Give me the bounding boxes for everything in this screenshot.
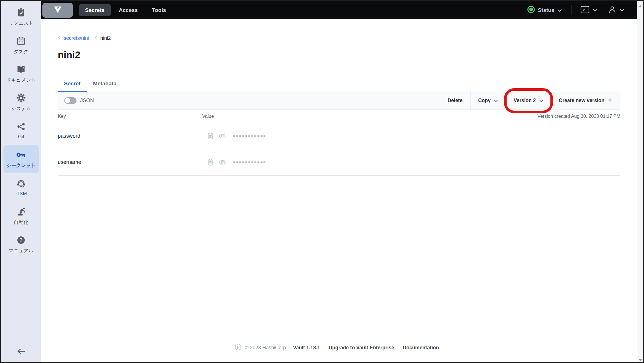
value-column-header: Value — [202, 114, 537, 119]
chevron-down-icon — [593, 8, 598, 13]
documentation-link[interactable]: Documentation — [403, 345, 439, 351]
nav-tab-tools[interactable]: Tools — [146, 4, 172, 16]
copy-value-icon[interactable] — [207, 158, 214, 166]
sidebar-item-manual[interactable]: ? マニュアル — [3, 230, 39, 259]
breadcrumb: secrets/nini nini2 — [58, 35, 620, 41]
table-row: username ■■■■■■■■■■■ — [58, 149, 620, 176]
sidebar-item-label: ドキュメント — [6, 77, 36, 83]
chevron-left-icon — [94, 35, 97, 41]
key-column-header: Key — [58, 114, 202, 119]
calendar-icon — [16, 36, 26, 46]
scrollbar-down-button[interactable] — [639, 357, 642, 360]
nav-separator — [571, 5, 571, 15]
scrollbar-up-button[interactable] — [639, 3, 642, 6]
sidebar-item-label: リクエスト — [9, 20, 34, 26]
sidebar-item-system[interactable]: システム — [3, 88, 39, 116]
vault-logo-icon — [53, 6, 62, 15]
sidebar-item-tasks[interactable]: タスク — [3, 31, 39, 59]
plus-icon — [608, 98, 612, 104]
copy-menu-label: Copy — [478, 98, 491, 104]
upgrade-link[interactable]: Upgrade to Vault Enterprise — [329, 345, 394, 351]
status-menu-button[interactable]: Status — [527, 5, 562, 15]
breadcrumb-current: nini2 — [100, 35, 111, 41]
sidebar-item-label: 自動化 — [14, 219, 28, 226]
nav-tab-access[interactable]: Access — [113, 4, 144, 16]
nav-tab-secrets[interactable]: Secrets — [79, 4, 111, 16]
delete-button[interactable]: Delete — [440, 92, 470, 110]
question-icon: ? — [16, 235, 26, 245]
person-icon — [608, 6, 616, 15]
top-nav: Secrets Access Tools Status — [41, 1, 637, 19]
sidebar-item-label: ITSM — [15, 191, 27, 197]
tab-secret[interactable]: Secret — [58, 81, 87, 92]
toolbar-left: JSON — [58, 92, 440, 110]
version-menu-button[interactable]: Version 2 — [506, 92, 551, 110]
headset-icon — [16, 178, 26, 189]
secret-table-header: Key Value Version created Aug 30, 2023 0… — [58, 110, 620, 123]
tab-metadata[interactable]: Metadata — [87, 81, 123, 92]
svg-text:?: ? — [20, 237, 23, 243]
sidebar-item-label: システム — [11, 105, 31, 112]
masked-value: ■■■■■■■■■■■ — [233, 160, 266, 164]
sidebar-item-git[interactable]: Git — [3, 116, 39, 145]
nav-tabs: Secrets Access Tools — [79, 4, 172, 16]
create-new-version-button[interactable]: Create new version — [551, 92, 620, 110]
scrollbar-track[interactable] — [637, 1, 643, 362]
sidebar-item-requests[interactable]: リクエスト — [3, 3, 39, 31]
sidebar-item-label: Git — [18, 134, 24, 140]
chevron-down-icon — [557, 7, 562, 13]
sidebar-item-documents[interactable]: ドキュメント — [3, 59, 39, 88]
sidebar-footer — [1, 340, 41, 362]
status-ok-icon — [527, 5, 535, 15]
vault-app-window: リクエスト タスク ドキュメント システム Git — [0, 0, 644, 363]
breadcrumb-link-parent[interactable]: secrets/nini — [64, 35, 89, 41]
console-menu-button[interactable] — [581, 6, 598, 15]
eye-off-icon[interactable] — [218, 133, 226, 140]
json-toggle-label: JSON — [80, 98, 94, 104]
sidebar-item-itsm[interactable]: ITSM — [3, 173, 39, 202]
version-created-text: Version created Aug 30, 2023 01:17 PM — [537, 114, 620, 119]
json-toggle-knob — [65, 98, 70, 103]
eye-off-icon[interactable] — [218, 159, 226, 166]
sidebar-item-automation[interactable]: 自動化 — [3, 202, 39, 230]
content-spacer — [41, 176, 637, 333]
vault-logo-button[interactable] — [42, 3, 73, 18]
chevron-down-icon — [539, 98, 543, 104]
gear-icon — [16, 93, 26, 103]
footer: © 2023 HashiCorp Vault 1.13.1 Upgrade to… — [41, 333, 637, 362]
book-icon — [16, 64, 26, 75]
robot-arm-icon — [16, 207, 26, 217]
secret-key: password — [58, 133, 202, 139]
sidebar-item-secrets[interactable]: シークレット — [3, 145, 39, 173]
vault-version-link[interactable]: Vault 1.13.1 — [293, 345, 320, 351]
json-toggle[interactable] — [64, 97, 77, 104]
sidebar-item-label: マニュアル — [9, 248, 34, 254]
share-icon — [16, 121, 26, 132]
secret-value-cell: ■■■■■■■■■■■ — [202, 158, 266, 166]
sidebar-item-label: タスク — [14, 48, 28, 55]
collapse-sidebar-button[interactable] — [16, 348, 26, 356]
arrow-left-icon — [16, 348, 26, 355]
clipboard-check-icon — [16, 7, 26, 18]
chevron-down-icon — [494, 98, 498, 104]
copy-value-icon[interactable] — [207, 132, 214, 140]
page-title: nini2 — [58, 49, 620, 60]
sidebar-item-label: シークレット — [6, 162, 36, 169]
chevron-left-icon — [58, 35, 61, 41]
user-menu-button[interactable] — [608, 6, 624, 15]
masked-value: ■■■■■■■■■■■ — [233, 134, 266, 138]
key-icon — [16, 150, 26, 160]
version-menu-label: Version 2 — [514, 98, 536, 104]
secret-value-cell: ■■■■■■■■■■■ — [202, 132, 266, 140]
sidebar: リクエスト タスク ドキュメント システム Git — [1, 1, 41, 362]
status-label: Status — [538, 7, 554, 13]
main-content: secrets/nini nini2 nini2 Secret Metadata… — [41, 19, 637, 362]
toolbar-actions: Delete Copy Version 2 — [440, 92, 620, 110]
create-new-version-label: Create new version — [559, 98, 604, 104]
hashicorp-logo-icon — [235, 344, 242, 352]
sidebar-divider — [8, 340, 34, 340]
secret-toolbar: JSON Delete Copy Version 2 — [58, 92, 620, 110]
copyright-text: © 2023 HashiCorp — [245, 345, 286, 351]
secret-key: username — [58, 159, 202, 165]
copy-menu-button[interactable]: Copy — [470, 92, 506, 110]
